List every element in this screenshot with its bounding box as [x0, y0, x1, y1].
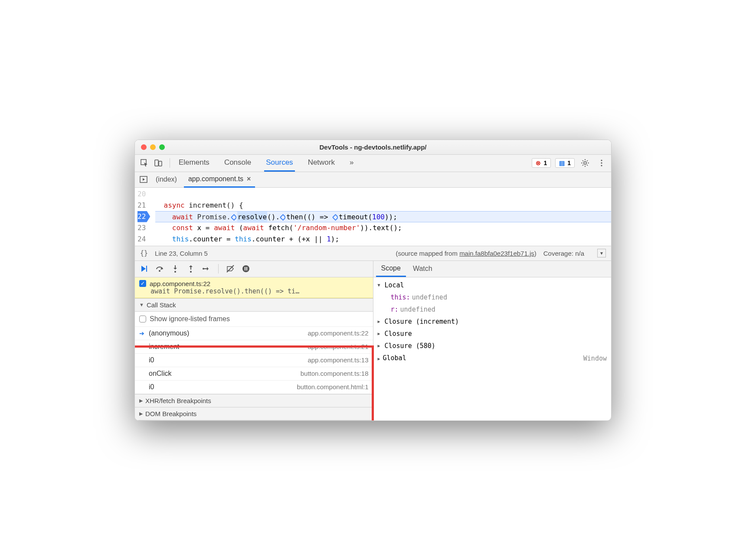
pretty-print-icon[interactable]: {} [140, 249, 148, 257]
cursor-position: Line 23, Column 5 [155, 250, 208, 257]
tab-console[interactable]: Console [222, 155, 253, 171]
call-stack-frame[interactable]: i0app.component.ts:13 [135, 354, 373, 367]
scope-closure-increment[interactable]: ▶Closure (increment) [373, 316, 612, 328]
step-marker-icon [280, 214, 287, 221]
scope-tree: ▼Local this: undefined r: undefined ▶Clo… [373, 277, 612, 367]
kebab-icon[interactable] [595, 157, 608, 169]
error-badge[interactable]: ⊗ 1 [532, 158, 551, 168]
tabs-overflow-icon[interactable]: » [348, 155, 355, 171]
paused-location[interactable]: app.component.ts:22 [150, 280, 210, 287]
traffic-lights [141, 144, 165, 150]
main-toolbar: Elements Console Sources Network » ⊗ 1 ▤… [135, 155, 611, 172]
svg-rect-1 [155, 160, 158, 166]
svg-point-13 [242, 265, 249, 272]
step-marker-icon [230, 214, 237, 221]
code-editor[interactable]: 20 21 22 23 24 async increment() { await… [135, 188, 611, 246]
scope-closure[interactable]: ▶Closure [373, 328, 612, 340]
svg-point-6 [601, 165, 602, 166]
svg-point-5 [601, 162, 602, 163]
step-marker-icon [332, 214, 339, 221]
minimize-icon[interactable] [150, 144, 156, 150]
message-icon: ▤ [559, 160, 565, 166]
frame-function: onClick [149, 370, 297, 378]
frame-function: i0 [149, 383, 293, 391]
chevron-down-icon: ▼ [139, 302, 144, 307]
coverage-label: Coverage: n/a [543, 250, 584, 257]
svg-point-11 [190, 271, 192, 273]
expand-icon[interactable]: ▾ [597, 249, 606, 257]
scope-var-this[interactable]: this: undefined [373, 291, 612, 303]
tab-watch[interactable]: Watch [408, 261, 438, 276]
call-stack-frame[interactable]: incrementapp.component.ts:21 [135, 340, 373, 354]
gutter: 20 21 22 23 24 [135, 188, 150, 246]
scope-local[interactable]: ▼Local [373, 279, 612, 291]
file-tabs: (index) app.component.ts × [135, 172, 611, 188]
messages-count: 1 [567, 160, 571, 166]
deactivate-breakpoints-icon[interactable] [225, 263, 236, 274]
svg-rect-8 [146, 266, 147, 272]
svg-point-4 [601, 160, 602, 161]
frame-location: app.component.ts:22 [308, 329, 368, 337]
tab-network[interactable]: Network [306, 155, 337, 171]
xhr-breakpoints-header[interactable]: ▶ XHR/fetch Breakpoints [135, 394, 373, 407]
device-icon[interactable] [152, 157, 164, 169]
error-icon: ⊗ [536, 160, 541, 166]
call-stack-header[interactable]: ▼ Call Stack [135, 298, 373, 312]
call-stack-frame[interactable]: onClickbutton.component.ts:18 [135, 367, 373, 381]
svg-rect-2 [159, 161, 162, 166]
line-number: 20 [137, 189, 146, 200]
frame-function: (anonymous) [149, 329, 304, 337]
titlebar: DevTools - ng-devtools.netlify.app/ [135, 140, 611, 155]
code-area[interactable]: async increment() { await Promise.resolv… [150, 188, 611, 246]
pause-exceptions-icon[interactable] [240, 263, 252, 274]
svg-point-12 [203, 268, 204, 270]
file-tab-app-component[interactable]: app.component.ts × [184, 172, 255, 188]
messages-badge[interactable]: ▤ 1 [555, 158, 575, 168]
breakpoint-checkbox[interactable]: ✓ [139, 280, 146, 287]
step-into-icon[interactable] [170, 263, 181, 274]
step-over-icon[interactable] [154, 263, 165, 274]
debugger-panels: ✓ app.component.ts:22 await Promise.reso… [135, 261, 611, 420]
file-tab-index[interactable]: (index) [151, 172, 181, 187]
close-icon[interactable] [141, 144, 147, 150]
scope-closure-580[interactable]: ▶Closure (580) [373, 340, 612, 352]
current-frame-icon: ➔ [139, 330, 145, 337]
navigator-icon[interactable] [138, 174, 149, 185]
tab-scope[interactable]: Scope [376, 261, 406, 277]
tab-sources[interactable]: Sources [264, 155, 294, 172]
show-ignore-listed[interactable]: Show ignore-listed frames [135, 312, 373, 327]
scope-global[interactable]: ▶Global Window [373, 352, 612, 365]
dom-breakpoints-header[interactable]: ▶ DOM Breakpoints [135, 407, 373, 420]
line-number-breakpoint[interactable]: 22 [137, 211, 150, 222]
close-icon[interactable]: × [247, 175, 251, 183]
svg-point-10 [174, 271, 176, 273]
chevron-right-icon: ▶ [139, 398, 143, 404]
call-stack-frame[interactable]: ➔(anonymous)app.component.ts:22 [135, 327, 373, 340]
step-icon[interactable] [201, 263, 212, 274]
step-out-icon[interactable] [185, 263, 196, 274]
gear-icon[interactable] [579, 157, 591, 169]
call-stack-frame[interactable]: i0button.component.html:1 [135, 381, 373, 394]
chevron-right-icon: ▶ [139, 411, 143, 417]
resume-icon[interactable] [138, 263, 150, 274]
svg-point-9 [159, 270, 160, 272]
main-tabs: Elements Console Sources Network » [177, 155, 355, 171]
zoom-icon[interactable] [159, 144, 165, 150]
mapped-file-link[interactable]: main.fa8bfa0e23f1eb71.js [459, 250, 534, 257]
frame-function: increment [149, 343, 304, 351]
tab-elements[interactable]: Elements [177, 155, 211, 171]
devtools-window: DevTools - ng-devtools.netlify.app/ Elem… [134, 140, 612, 421]
paused-message: ✓ app.component.ts:22 await Promise.reso… [135, 277, 373, 298]
editor-statusbar: {} Line 23, Column 5 (source mapped from… [135, 246, 611, 261]
file-tab-label: app.component.ts [188, 175, 243, 183]
checkbox-icon[interactable] [139, 316, 146, 322]
paused-snippet: await Promise.resolve().then(() => ti… [151, 287, 369, 295]
frame-location: button.component.ts:18 [301, 370, 369, 377]
frame-location: button.component.html:1 [297, 383, 368, 391]
source-mapped: (source mapped from main.fa8bfa0e23f1eb7… [396, 250, 536, 257]
line-number: 23 [137, 222, 146, 234]
scope-var-r[interactable]: r: undefined [373, 303, 612, 316]
line-number: 24 [137, 234, 146, 245]
debugger-toolbar [135, 261, 373, 277]
inspect-icon[interactable] [138, 157, 151, 169]
